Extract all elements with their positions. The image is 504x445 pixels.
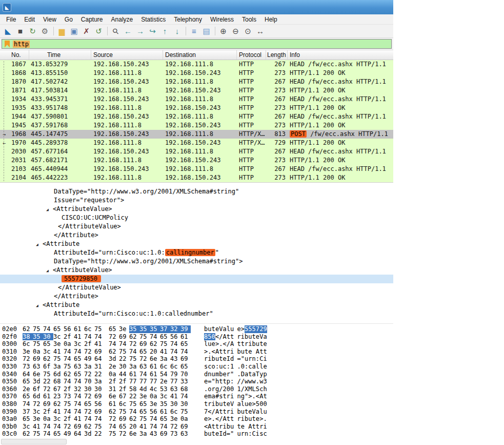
hex-byte[interactable]: 2e — [23, 385, 33, 393]
hex-byte[interactable]: 61 — [180, 333, 191, 341]
auto-scroll-icon[interactable]: ≡ — [188, 26, 200, 37]
packet-row[interactable]: 1870417.502742192.168.150.243192.168.111… — [0, 78, 393, 86]
hex-byte[interactable]: 68 — [53, 378, 64, 385]
ascii-char[interactable]: t — [237, 340, 240, 348]
ascii-char[interactable]: : — [230, 378, 234, 385]
hex-byte[interactable]: 3e — [23, 348, 33, 356]
ascii-char[interactable]: l — [259, 363, 263, 371]
hex-byte[interactable]: 72 — [170, 423, 180, 431]
hex-byte[interactable]: 30 — [43, 333, 53, 341]
ascii-char[interactable] — [252, 348, 256, 356]
ascii-char[interactable]: / — [212, 408, 215, 416]
hex-byte[interactable]: 35 — [139, 325, 150, 333]
hex-row[interactable]: 033073636f3a75633a312e303a63616c6c65sco:… — [2, 363, 393, 371]
ascii-char[interactable]: 3 — [263, 378, 267, 385]
hex-byte[interactable]: 3c — [53, 415, 64, 423]
hex-byte[interactable]: 41 — [33, 423, 43, 431]
ascii-char[interactable]: m — [215, 371, 219, 378]
hex-byte[interactable]: 3e — [139, 393, 150, 400]
hex-byte[interactable]: 74 — [74, 393, 84, 400]
ascii-char[interactable]: I — [219, 430, 223, 438]
hex-byte[interactable]: 2f — [84, 340, 94, 348]
menu-view[interactable]: View — [39, 15, 61, 24]
hex-byte[interactable]: 6d — [33, 393, 43, 400]
stop-capture-icon[interactable]: ■ — [14, 26, 26, 37]
hex-byte[interactable]: 41 — [170, 393, 180, 400]
ascii-char[interactable]: 5 — [252, 325, 256, 333]
hex-byte[interactable]: 64 — [74, 430, 84, 438]
ascii-char[interactable]: p — [227, 378, 230, 385]
ascii-char[interactable]: > — [215, 340, 219, 348]
ascii-char[interactable]: = — [237, 355, 240, 363]
hex-byte[interactable]: 65 — [74, 371, 84, 378]
ascii-char[interactable]: r — [227, 408, 230, 416]
display-filter-input[interactable]: http — [2, 39, 392, 49]
hex-byte[interactable]: 6e — [129, 430, 139, 438]
packet-row[interactable]: 1934433.945371192.168.150.243192.168.111… — [0, 95, 393, 104]
ascii-char[interactable]: a — [252, 371, 256, 378]
hex-byte[interactable]: 3e — [150, 400, 160, 408]
ascii-char[interactable]: b — [219, 371, 223, 378]
hex-byte[interactable]: 0a — [180, 415, 191, 423]
hex-byte[interactable]: 64 — [23, 371, 33, 378]
hex-byte[interactable]: 65 — [160, 333, 170, 341]
hex-byte[interactable]: 74 — [43, 430, 53, 438]
ascii-char[interactable]: A — [208, 423, 211, 431]
ascii-char[interactable]: h — [215, 378, 219, 385]
ascii-char[interactable]: M — [248, 385, 252, 393]
hex-byte[interactable]: 6c — [160, 363, 170, 371]
ascii-char[interactable]: r — [237, 333, 240, 341]
ascii-char[interactable]: o — [208, 385, 211, 393]
ascii-char[interactable]: t — [227, 415, 230, 423]
hex-byte[interactable]: 3a — [160, 355, 170, 363]
column-header-length[interactable]: Length — [266, 50, 288, 60]
hex-byte[interactable]: 62 — [129, 415, 139, 423]
hex-byte[interactable]: 3a — [139, 430, 150, 438]
ascii-char[interactable]: > — [252, 400, 256, 408]
packet-row[interactable]: 1945437.591768192.168.111.8192.168.150.2… — [0, 121, 393, 130]
ascii-char[interactable]: i — [241, 333, 245, 341]
hex-byte[interactable]: 74 — [180, 393, 191, 400]
hex-byte[interactable]: 3c — [23, 423, 33, 431]
hex-byte[interactable]: 2e — [160, 378, 170, 385]
ascii-char[interactable]: u — [230, 423, 234, 431]
hex-byte[interactable]: 75 — [180, 408, 191, 416]
ascii-char[interactable]: u — [230, 325, 234, 333]
ascii-char[interactable]: A — [259, 393, 263, 400]
zoom-100-icon[interactable]: ⊙ — [242, 26, 254, 37]
ascii-char[interactable]: t — [259, 340, 263, 348]
ascii-char[interactable]: 2 — [259, 325, 263, 333]
hex-byte[interactable]: 2f — [119, 385, 129, 393]
hex-byte[interactable]: 22 — [94, 371, 105, 378]
ascii-char[interactable]: < — [208, 408, 211, 416]
hex-row[interactable]: 0350653d22687474703a2f2f7777772e7733e="h… — [2, 378, 393, 385]
hex-row[interactable]: 02e06275746556616c75653e353535373239bute… — [2, 325, 393, 333]
ascii-char[interactable]: e — [204, 415, 208, 423]
ascii-char[interactable]: t — [230, 415, 234, 423]
ascii-char[interactable]: e — [215, 430, 219, 438]
ascii-char[interactable]: D — [241, 371, 245, 378]
ascii-char[interactable]: . — [252, 393, 256, 400]
hex-byte[interactable]: 75 — [139, 415, 150, 423]
ascii-char[interactable]: t — [212, 430, 215, 438]
column-header-protocol[interactable]: Protocol — [237, 50, 266, 60]
menu-help[interactable]: Help — [260, 15, 281, 24]
ascii-char[interactable]: r — [245, 340, 248, 348]
hex-byte[interactable]: 3c — [33, 408, 43, 416]
hex-byte[interactable]: 6e — [150, 355, 160, 363]
packet-row[interactable]: 2030457.677164192.168.150.243192.168.111… — [0, 147, 393, 156]
hex-byte[interactable]: 41 — [53, 348, 64, 356]
ascii-char[interactable]: n — [245, 430, 248, 438]
ascii-char[interactable]: e — [215, 325, 219, 333]
ascii-char[interactable]: i — [263, 423, 267, 431]
ascii-char[interactable]: u — [208, 430, 211, 438]
hex-byte[interactable]: 33 — [180, 378, 191, 385]
hex-byte[interactable]: 67 — [53, 385, 64, 393]
hex-byte[interactable]: 20 — [129, 423, 139, 431]
hex-byte[interactable]: 73 — [170, 430, 180, 438]
hex-byte[interactable]: 72 — [84, 348, 94, 356]
hex-byte[interactable]: 62 — [23, 430, 33, 438]
ascii-char[interactable]: i — [208, 355, 211, 363]
ascii-char[interactable]: u — [241, 408, 245, 416]
hex-row[interactable]: 03c06275746549643d2275726e3a43697363bute… — [2, 430, 393, 438]
